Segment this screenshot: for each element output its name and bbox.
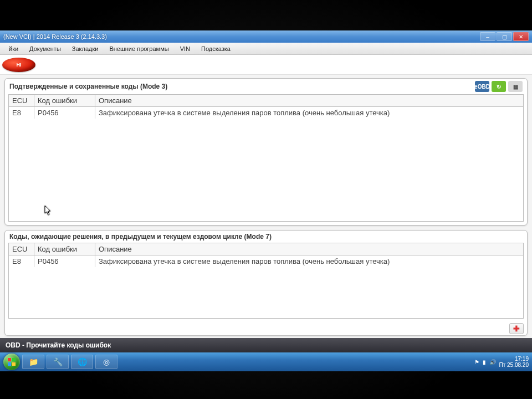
eobd-icon-label: eOBD [474,84,490,90]
confirmed-table-head: ECU Код ошибки Описание [9,95,523,107]
start-button[interactable] [3,354,20,370]
panel-confirmed-codes: Подтвержденные и сохраненные коды (Mode … [4,78,528,226]
panel-pending-footer: ✚ [5,322,527,335]
cell-desc: Зафиксирована утечка в системе выделения… [95,255,523,267]
col-ecu: ECU [9,95,34,107]
col-ecu: ECU [9,243,34,255]
brand-logo-text: HI [17,62,22,68]
menu-item-bookmarks[interactable]: Закладки [66,45,104,52]
clear-codes-button[interactable]: ✚ [509,323,524,334]
window-buttons: – ▢ ✕ [480,32,529,41]
panel-pending-codes: Коды, ожидающие решения, в предыдущем и … [4,230,528,336]
pending-table: ECU Код ошибки Описание E8 P0456 Зафикси… [8,243,524,319]
logo-strip: HI [0,55,532,75]
tray-network-icon: ▮ [483,359,486,365]
refresh-icon[interactable]: ↻ [492,81,506,92]
system-tray[interactable]: ⚑ ▮ 🔊 17:19 Пт 25.08.20 [474,356,529,368]
plus-icon: ✚ [513,324,520,333]
content-area: Подтвержденные и сохраненные коды (Mode … [0,75,532,338]
eobd-icon[interactable]: eOBD [475,81,489,92]
window-title: (New VCI) | 2014 Release 3 (2.14.3.3) [3,33,480,40]
menu-item-settings[interactable]: йки [3,45,24,52]
cell-ecu: E8 [9,107,34,119]
close-button[interactable]: ✕ [513,32,529,41]
panel-confirmed-header: Подтвержденные и сохраненные коды (Mode … [5,79,527,93]
panel-pending-title: Коды, ожидающие решения, в предыдущем и … [9,233,272,241]
menu-item-vin[interactable]: VIN [175,45,196,52]
table-row[interactable]: E8 P0456 Зафиксирована утечка в системе … [9,107,523,119]
tray-flag-icon: ⚑ [474,359,479,365]
cell-ecu: E8 [9,255,34,267]
cell-code: P0456 [34,255,95,267]
col-desc: Описание [95,95,523,107]
table-row[interactable]: E8 P0456 Зафиксирована утечка в системе … [9,255,523,267]
taskbar-app-diagnostic[interactable]: 🔧 [47,355,69,369]
status-text: OBD - Прочитайте коды ошибок [6,341,111,349]
confirmed-table: ECU Код ошибки Описание E8 P0456 Зафикси… [8,94,524,222]
tray-volume-icon: 🔊 [489,359,496,365]
col-code: Код ошибки [34,95,95,107]
cell-code: P0456 [34,107,95,119]
screen: (New VCI) | 2014 Release 3 (2.14.3.3) – … [0,30,532,371]
cell-desc: Зафиксирована утечка в системе выделения… [95,107,523,119]
col-desc: Описание [95,243,523,255]
minimize-button[interactable]: – [480,32,495,41]
taskbar-app-browser[interactable]: 🌐 [71,355,93,369]
clock-time: 17:19 [499,356,529,362]
maximize-button[interactable]: ▢ [497,32,512,41]
menu-item-help[interactable]: Подсказка [196,45,236,52]
taskbar-clock[interactable]: 17:19 Пт 25.08.20 [499,356,529,368]
col-code: Код ошибки [34,243,95,255]
menu-item-external[interactable]: Внешние программы [104,45,174,52]
taskbar-app-other[interactable]: ◎ [95,355,117,369]
menu-item-documents[interactable]: Документы [24,45,66,52]
document-icon[interactable]: ▦ [508,81,523,92]
panel-pending-header: Коды, ожидающие решения, в предыдущем и … [5,231,527,242]
window-titlebar: (New VCI) | 2014 Release 3 (2.14.3.3) – … [0,30,532,43]
taskbar: 📁 🔧 🌐 ◎ ⚑ ▮ 🔊 17:19 Пт 25.08.20 [0,352,532,371]
panel-confirmed-title: Подтвержденные и сохраненные коды (Mode … [9,83,167,90]
app-status-bar: OBD - Прочитайте коды ошибок [0,338,532,352]
clock-date: Пт 25.08.20 [499,362,529,368]
taskbar-app-explorer[interactable]: 📁 [22,355,44,369]
menu-bar: йки Документы Закладки Внешние программы… [0,43,532,55]
brand-logo: HI [2,58,35,72]
pending-table-head: ECU Код ошибки Описание [9,243,523,255]
